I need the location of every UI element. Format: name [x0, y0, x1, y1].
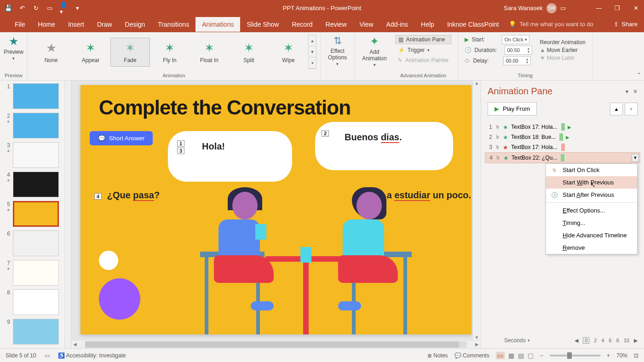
anim-item-1[interactable]: 1🖱★TextBox 17: Hola...▶ — [485, 122, 640, 132]
group-advanced-animation: ✦ Add Animation ▾ ▥Animation Pane ⚡Trigg… — [355, 32, 458, 80]
slide-counter[interactable]: Slide 5 of 10 — [6, 352, 36, 359]
anim-split[interactable]: ✶Split — [229, 38, 269, 67]
pane-close-icon[interactable]: ✕ — [633, 88, 638, 95]
redo-icon[interactable]: ↻ — [32, 5, 40, 12]
reorder-label: Reorder Animation — [540, 39, 585, 46]
anim-item-2[interactable]: 2🖱★TextBox 18: Bue...▶ — [485, 132, 640, 142]
menu-start-on-click[interactable]: 🖱Start On Click — [546, 164, 637, 176]
menu-remove[interactable]: Remove — [546, 241, 637, 254]
star-icon: ✶ — [244, 41, 254, 55]
anim-none[interactable]: ★None — [31, 38, 71, 67]
animation-pane-title: Animation Pane — [488, 86, 552, 97]
fit-slide-icon[interactable]: ⊡ — [634, 352, 638, 359]
user-avatar: SW — [546, 3, 557, 13]
thumb-scrollbar[interactable] — [64, 80, 71, 348]
accessibility-status[interactable]: ♿ Accessibility: Investigate — [58, 352, 126, 359]
slide-thumb-8[interactable]: 8 — [0, 287, 71, 316]
delay-input[interactable]: 00.00▲▼ — [503, 56, 531, 65]
restore-icon[interactable]: ❐ — [614, 5, 621, 12]
anim-flyin[interactable]: ✶Fly In — [150, 38, 190, 67]
tab-help[interactable]: Help — [414, 17, 441, 32]
start-dropdown[interactable]: On Click▾ — [502, 35, 529, 44]
slide-canvas[interactable]: Complete the Conversation 💬 Short Answer… — [80, 85, 472, 334]
menu-timing[interactable]: Timing... — [546, 217, 637, 229]
slide-thumb-1[interactable]: 1 — [0, 80, 71, 110]
tab-animations[interactable]: Animations — [196, 17, 240, 32]
zoom-out-button[interactable]: − — [540, 352, 543, 359]
tab-view[interactable]: View — [353, 17, 380, 32]
anim-item-4[interactable]: 4🖱★TextBox 22: ¿Qu...▼ — [485, 152, 640, 163]
animation-pane-button[interactable]: ▥Animation Pane — [395, 35, 452, 44]
tab-addins[interactable]: Add-ins — [380, 17, 414, 32]
minimize-icon[interactable]: — — [595, 5, 603, 12]
save-icon[interactable]: 💾 — [5, 5, 12, 12]
slide-thumb-5[interactable]: 5✶ — [0, 198, 71, 228]
add-animation-button[interactable]: ✦ Add Animation ▾ — [357, 33, 391, 69]
close-icon[interactable]: ✕ — [632, 5, 639, 12]
user-area[interactable]: Sara Wanasek SW ▭ — [504, 3, 566, 13]
collapse-ribbon-icon[interactable]: ⌃ — [637, 72, 641, 78]
sorter-view-icon[interactable]: ▦ — [508, 352, 514, 359]
preview-button[interactable]: ★ Preview ▾ — [4, 33, 23, 61]
timeline-seconds-label[interactable]: Seconds▾ — [504, 337, 530, 344]
anim-fade[interactable]: ✶Fade — [110, 38, 150, 67]
view-switcher: ▭ ▦ ▤ ▢ — [496, 352, 534, 359]
normal-view-icon[interactable]: ▭ — [496, 352, 505, 359]
slide-thumb-4[interactable]: 4✶ — [0, 169, 71, 198]
menu-hide-timeline[interactable]: Hide Advanced Timeline — [546, 229, 637, 241]
star-icon: ★ — [46, 41, 57, 55]
slide-thumb-2[interactable]: 2✶ — [0, 110, 71, 139]
share-button[interactable]: ⇪ Share — [614, 21, 638, 28]
tab-draw[interactable]: Draw — [91, 17, 119, 32]
tab-design[interactable]: Design — [119, 17, 152, 32]
gallery-scroll[interactable]: ▲▼▾ — [308, 35, 316, 69]
tab-slideshow[interactable]: Slide Show — [240, 17, 285, 32]
slideshow-icon[interactable]: ▭ — [46, 5, 53, 12]
tab-home[interactable]: Home — [32, 17, 62, 32]
play-from-button[interactable]: ▶Play From — [488, 102, 537, 115]
move-up-button[interactable]: ▲ — [610, 103, 623, 115]
undo-icon[interactable]: ↶ — [18, 5, 26, 12]
zoom-level[interactable]: 70% — [616, 352, 627, 359]
comments-button[interactable]: 💬 Comments — [454, 352, 489, 359]
canvas-scrollbar-horizontal[interactable]: ◀▶ — [71, 340, 481, 348]
slide-thumb-6[interactable]: 6 — [0, 228, 71, 257]
menu-start-with-previous[interactable]: Start With Previous — [546, 176, 637, 189]
canvas-scrollbar-vertical[interactable]: ▲▼ — [472, 80, 481, 340]
tab-classpoint[interactable]: Inknoe ClassPoint — [441, 17, 506, 32]
reading-view-icon[interactable]: ▤ — [518, 352, 524, 359]
slide-thumb-7[interactable]: 7✶ — [0, 257, 71, 287]
anim-floatin[interactable]: ✶Float In — [190, 38, 229, 67]
tab-insert[interactable]: Insert — [62, 17, 91, 32]
view-options-icon[interactable]: ▭ — [45, 352, 50, 359]
menu-effect-options[interactable]: Effect Options... — [546, 204, 637, 217]
qat-more-icon[interactable]: ▾ — [74, 5, 81, 12]
duration-input[interactable]: 00.50▲▼ — [505, 46, 532, 55]
touch-icon[interactable]: 👤▾ — [60, 5, 67, 12]
tab-file[interactable]: File — [8, 17, 32, 32]
trigger-button[interactable]: ⚡Trigger▾ — [395, 46, 452, 54]
star-plus-icon: ✦ — [370, 35, 379, 48]
item-dropdown-icon[interactable]: ▼ — [632, 154, 639, 162]
pane-options-icon[interactable]: ▾ — [626, 88, 628, 95]
short-answer-badge[interactable]: 💬 Short Answer — [90, 131, 153, 145]
anim-appear[interactable]: ✶Appear — [71, 38, 110, 67]
tab-transitions[interactable]: Transitions — [151, 17, 196, 32]
effect-options-button[interactable]: ⇅ Effect Options ▾ — [323, 33, 351, 68]
menu-start-after-previous[interactable]: 🕓Start After Previous — [546, 189, 637, 201]
ribbon-display-icon[interactable]: ▭ — [560, 5, 566, 11]
ribbon-tabs: File Home Insert Draw Design Transitions… — [0, 16, 644, 32]
tab-review[interactable]: Review — [319, 17, 353, 32]
slideshow-view-icon[interactable]: ▢ — [528, 352, 534, 359]
anim-item-3[interactable]: 3🖱★TextBox 17: Hola... — [485, 142, 640, 152]
timeline-ticks[interactable]: ◀ 0 2 4 6 8 10 ▶ — [575, 337, 638, 344]
tell-me-search[interactable]: 💡 Tell me what you want to do — [509, 21, 593, 28]
move-earlier-button[interactable]: ▲ Move Earlier — [540, 47, 585, 53]
slide-thumb-3[interactable]: 3✶ — [0, 139, 71, 169]
tab-record[interactable]: Record — [285, 17, 319, 32]
notes-button[interactable]: ≣ Notes — [427, 352, 448, 359]
anim-wipe[interactable]: ✶Wipe — [269, 38, 308, 67]
zoom-slider[interactable] — [550, 355, 600, 356]
slide-thumb-9[interactable]: 9 — [0, 316, 71, 345]
zoom-in-button[interactable]: + — [607, 352, 610, 359]
